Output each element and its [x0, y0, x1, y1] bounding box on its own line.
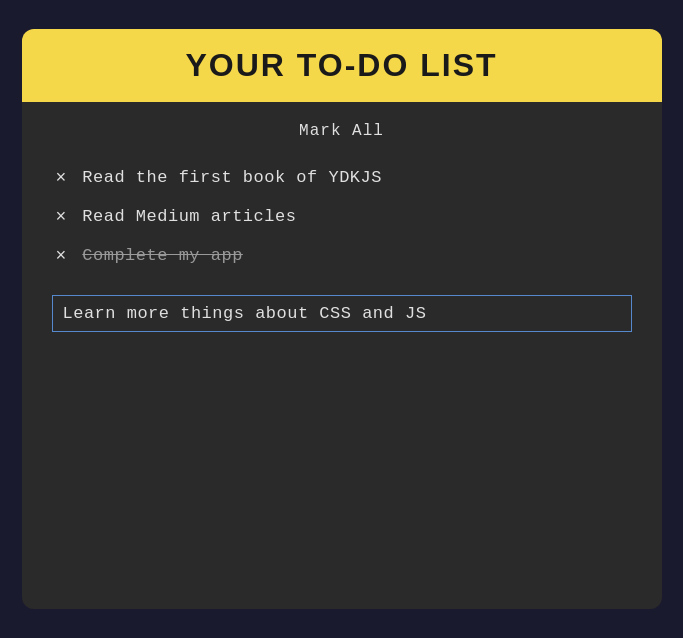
mark-all-button[interactable]: Mark All: [299, 122, 384, 140]
item-text-1: Read the first book of YDKJS: [82, 168, 382, 187]
delete-button-3[interactable]: ×: [52, 247, 71, 265]
delete-button-1[interactable]: ×: [52, 169, 71, 187]
new-item-input[interactable]: [52, 295, 632, 332]
list-item: × Read the first book of YDKJS: [52, 158, 632, 197]
delete-button-2[interactable]: ×: [52, 208, 71, 226]
item-text-3: Complete my app: [82, 246, 243, 265]
list-item: × Complete my app: [52, 236, 632, 275]
todo-card: YOUR TO-DO LIST Mark All × Read the firs…: [22, 29, 662, 609]
page-title: YOUR TO-DO LIST: [42, 47, 642, 84]
todo-list: × Read the first book of YDKJS × Read Me…: [52, 158, 632, 275]
item-text-2: Read Medium articles: [82, 207, 296, 226]
todo-header: YOUR TO-DO LIST: [22, 29, 662, 102]
mark-all-container: Mark All: [52, 122, 632, 140]
todo-body: Mark All × Read the first book of YDKJS …: [22, 102, 662, 352]
app-container: YOUR TO-DO LIST Mark All × Read the firs…: [0, 0, 683, 638]
list-item: × Read Medium articles: [52, 197, 632, 236]
